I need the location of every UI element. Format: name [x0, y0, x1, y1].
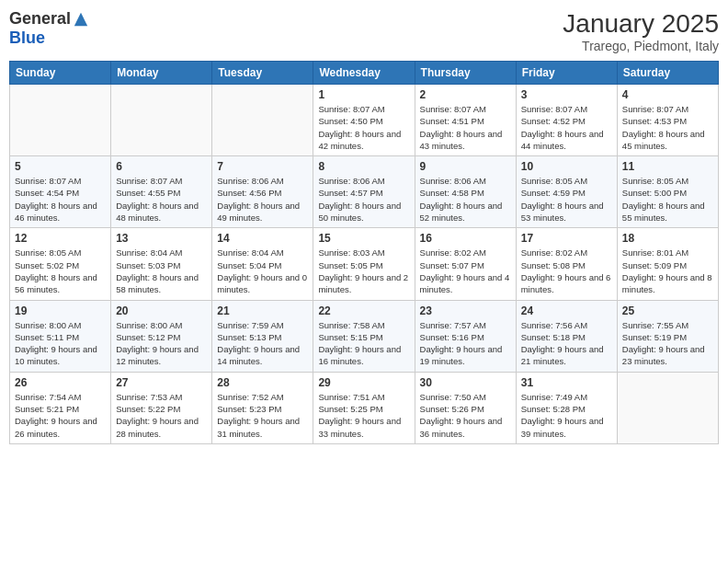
week-row: 26Sunrise: 7:54 AM Sunset: 5:21 PM Dayli…: [10, 372, 719, 443]
day-number: 28: [217, 376, 308, 389]
logo-blue: Blue: [9, 29, 45, 48]
day-info: Sunrise: 8:00 AM Sunset: 5:12 PM Dayligh…: [116, 319, 207, 368]
calendar-cell: 7Sunrise: 8:06 AM Sunset: 4:56 PM Daylig…: [212, 156, 313, 228]
day-info: Sunrise: 7:50 AM Sunset: 5:26 PM Dayligh…: [420, 391, 511, 440]
day-info: Sunrise: 7:52 AM Sunset: 5:23 PM Dayligh…: [217, 391, 308, 440]
day-number: 24: [521, 304, 612, 317]
weekday-header: Saturday: [617, 62, 718, 85]
calendar-cell: 21Sunrise: 7:59 AM Sunset: 5:13 PM Dayli…: [212, 300, 313, 372]
calendar-cell: 1Sunrise: 8:07 AM Sunset: 4:50 PM Daylig…: [313, 85, 415, 156]
day-info: Sunrise: 8:04 AM Sunset: 5:04 PM Dayligh…: [217, 247, 308, 295]
day-number: 2: [420, 88, 511, 101]
calendar-cell: 24Sunrise: 7:56 AM Sunset: 5:18 PM Dayli…: [516, 300, 617, 372]
calendar-cell: 22Sunrise: 7:58 AM Sunset: 5:15 PM Dayli…: [313, 300, 415, 372]
day-info: Sunrise: 8:00 AM Sunset: 5:11 PM Dayligh…: [15, 319, 106, 368]
logo: General Blue: [9, 9, 89, 48]
week-row: 12Sunrise: 8:05 AM Sunset: 5:02 PM Dayli…: [10, 228, 719, 300]
weekday-header: Tuesday: [212, 62, 313, 85]
day-info: Sunrise: 7:55 AM Sunset: 5:19 PM Dayligh…: [622, 319, 713, 368]
page-header: General Blue January 2025 Trarego, Piedm…: [9, 9, 719, 53]
day-number: 22: [318, 304, 409, 317]
day-number: 7: [217, 160, 308, 173]
day-info: Sunrise: 8:05 AM Sunset: 4:59 PM Dayligh…: [521, 175, 612, 224]
day-info: Sunrise: 8:06 AM Sunset: 4:58 PM Dayligh…: [420, 175, 511, 224]
calendar-cell: 8Sunrise: 8:06 AM Sunset: 4:57 PM Daylig…: [313, 156, 415, 228]
calendar-cell: 27Sunrise: 7:53 AM Sunset: 5:22 PM Dayli…: [111, 372, 212, 443]
location: Trarego, Piedmont, Italy: [563, 39, 719, 53]
weekday-header: Wednesday: [313, 62, 415, 85]
day-info: Sunrise: 8:06 AM Sunset: 4:57 PM Dayligh…: [318, 175, 409, 224]
calendar-cell: 3Sunrise: 8:07 AM Sunset: 4:52 PM Daylig…: [516, 85, 617, 156]
calendar-cell: 6Sunrise: 8:07 AM Sunset: 4:55 PM Daylig…: [111, 156, 212, 228]
day-number: 31: [521, 376, 612, 389]
day-info: Sunrise: 8:07 AM Sunset: 4:51 PM Dayligh…: [420, 103, 511, 152]
day-number: 17: [521, 232, 612, 245]
day-number: 14: [217, 232, 308, 245]
weekday-header: Thursday: [415, 62, 516, 85]
title-section: January 2025 Trarego, Piedmont, Italy: [563, 9, 719, 53]
calendar-cell: [10, 85, 111, 156]
weekday-header: Friday: [516, 62, 617, 85]
day-info: Sunrise: 7:51 AM Sunset: 5:25 PM Dayligh…: [318, 391, 409, 440]
day-info: Sunrise: 7:59 AM Sunset: 5:13 PM Dayligh…: [217, 319, 308, 368]
header-row: SundayMondayTuesdayWednesdayThursdayFrid…: [10, 62, 719, 85]
calendar-cell: 9Sunrise: 8:06 AM Sunset: 4:58 PM Daylig…: [415, 156, 516, 228]
calendar-cell: 23Sunrise: 7:57 AM Sunset: 5:16 PM Dayli…: [415, 300, 516, 372]
day-info: Sunrise: 8:06 AM Sunset: 4:56 PM Dayligh…: [217, 175, 308, 224]
day-number: 11: [622, 160, 713, 173]
calendar-cell: 15Sunrise: 8:03 AM Sunset: 5:05 PM Dayli…: [313, 228, 415, 300]
weekday-header: Sunday: [10, 62, 111, 85]
calendar-cell: 13Sunrise: 8:04 AM Sunset: 5:03 PM Dayli…: [111, 228, 212, 300]
day-info: Sunrise: 8:01 AM Sunset: 5:09 PM Dayligh…: [622, 247, 713, 295]
calendar-cell: 12Sunrise: 8:05 AM Sunset: 5:02 PM Dayli…: [10, 228, 111, 300]
day-number: 29: [318, 376, 409, 389]
calendar-table: SundayMondayTuesdayWednesdayThursdayFrid…: [9, 61, 719, 444]
day-number: 18: [622, 232, 713, 245]
calendar-cell: 26Sunrise: 7:54 AM Sunset: 5:21 PM Dayli…: [10, 372, 111, 443]
calendar-cell: [212, 85, 313, 156]
logo-general: General: [9, 9, 71, 29]
calendar-cell: 4Sunrise: 8:07 AM Sunset: 4:53 PM Daylig…: [617, 85, 718, 156]
day-number: 15: [318, 232, 409, 245]
day-info: Sunrise: 8:07 AM Sunset: 4:50 PM Dayligh…: [318, 103, 409, 152]
calendar-cell: 30Sunrise: 7:50 AM Sunset: 5:26 PM Dayli…: [415, 372, 516, 443]
calendar-cell: 25Sunrise: 7:55 AM Sunset: 5:19 PM Dayli…: [617, 300, 718, 372]
day-info: Sunrise: 8:03 AM Sunset: 5:05 PM Dayligh…: [318, 247, 409, 295]
week-row: 1Sunrise: 8:07 AM Sunset: 4:50 PM Daylig…: [10, 85, 719, 156]
calendar-cell: 16Sunrise: 8:02 AM Sunset: 5:07 PM Dayli…: [415, 228, 516, 300]
day-number: 5: [15, 160, 106, 173]
calendar-cell: 11Sunrise: 8:05 AM Sunset: 5:00 PM Dayli…: [617, 156, 718, 228]
day-info: Sunrise: 8:02 AM Sunset: 5:08 PM Dayligh…: [521, 247, 612, 295]
day-info: Sunrise: 8:07 AM Sunset: 4:55 PM Dayligh…: [116, 175, 207, 224]
month-title: January 2025: [563, 9, 719, 39]
calendar-cell: 5Sunrise: 8:07 AM Sunset: 4:54 PM Daylig…: [10, 156, 111, 228]
day-number: 30: [420, 376, 511, 389]
svg-marker-0: [74, 12, 87, 25]
week-row: 5Sunrise: 8:07 AM Sunset: 4:54 PM Daylig…: [10, 156, 719, 228]
day-info: Sunrise: 8:07 AM Sunset: 4:54 PM Dayligh…: [15, 175, 106, 224]
day-number: 1: [318, 88, 409, 101]
day-info: Sunrise: 8:05 AM Sunset: 5:00 PM Dayligh…: [622, 175, 713, 224]
calendar-cell: [617, 372, 718, 443]
day-number: 16: [420, 232, 511, 245]
calendar-cell: [111, 85, 212, 156]
day-number: 26: [15, 376, 106, 389]
day-info: Sunrise: 7:54 AM Sunset: 5:21 PM Dayligh…: [15, 391, 106, 440]
calendar-cell: 20Sunrise: 8:00 AM Sunset: 5:12 PM Dayli…: [111, 300, 212, 372]
day-number: 6: [116, 160, 207, 173]
calendar-cell: 28Sunrise: 7:52 AM Sunset: 5:23 PM Dayli…: [212, 372, 313, 443]
week-row: 19Sunrise: 8:00 AM Sunset: 5:11 PM Dayli…: [10, 300, 719, 372]
calendar-cell: 14Sunrise: 8:04 AM Sunset: 5:04 PM Dayli…: [212, 228, 313, 300]
day-number: 25: [622, 304, 713, 317]
day-info: Sunrise: 7:49 AM Sunset: 5:28 PM Dayligh…: [521, 391, 612, 440]
day-info: Sunrise: 8:04 AM Sunset: 5:03 PM Dayligh…: [116, 247, 207, 295]
calendar-page: General Blue January 2025 Trarego, Piedm…: [0, 0, 728, 563]
day-info: Sunrise: 7:56 AM Sunset: 5:18 PM Dayligh…: [521, 319, 612, 368]
day-info: Sunrise: 7:58 AM Sunset: 5:15 PM Dayligh…: [318, 319, 409, 368]
logo-text: General: [9, 9, 89, 29]
calendar-cell: 29Sunrise: 7:51 AM Sunset: 5:25 PM Dayli…: [313, 372, 415, 443]
day-number: 9: [420, 160, 511, 173]
day-number: 10: [521, 160, 612, 173]
day-info: Sunrise: 7:53 AM Sunset: 5:22 PM Dayligh…: [116, 391, 207, 440]
day-info: Sunrise: 8:07 AM Sunset: 4:52 PM Dayligh…: [521, 103, 612, 152]
